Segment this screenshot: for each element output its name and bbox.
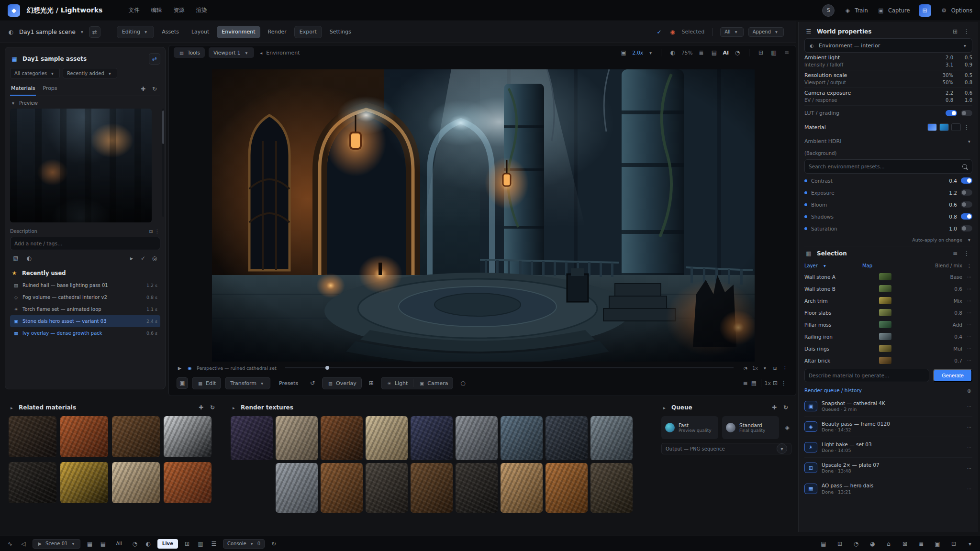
sr-chevron-icon[interactable]: ▾ [966,540,974,548]
sort-select[interactable]: Recently added▾ [63,68,117,78]
light-camera-group[interactable]: ☀Light ▣Camera [381,377,454,389]
material-menu-button[interactable]: ⋮ [961,121,972,133]
asset-list-item[interactable]: ◇ Fog volume — cathedral interior v20.8 … [10,291,160,303]
sb-half-icon[interactable]: ◐ [144,540,153,548]
play-icon[interactable]: ▶ [177,365,183,371]
environment-select[interactable]: ◐ Environment — interior ▾ [804,38,972,53]
texture-thumb[interactable] [321,416,363,460]
texture-thumb[interactable] [546,416,588,460]
layer-thumbnail[interactable] [879,333,891,340]
note-attach-button[interactable]: ▧ [10,253,22,264]
timeline-scrubber[interactable] [285,367,734,368]
sr-list-icon[interactable]: ≣ [917,540,925,548]
column-mix[interactable]: Blend / mix [935,263,962,268]
layer-thumbnail[interactable] [879,309,891,316]
scene-selector[interactable]: ▶ Scene 01 ▾ [33,539,80,549]
materials-caret-icon[interactable]: ▸ [9,405,15,411]
selection-row[interactable]: Dais rings Mul ⋯ [804,342,972,354]
filter-all-button[interactable]: All [112,539,125,549]
queue-more-icon[interactable]: ⋯ [966,444,972,451]
menu-item-assets[interactable]: 资源 [173,7,184,14]
desc-menu-icon[interactable]: ⋮ [154,228,160,234]
add-job-button[interactable]: ✚ [768,402,780,413]
refresh-assets-button[interactable]: ↻ [149,83,160,95]
layer-thumbnail[interactable] [879,345,891,352]
category-select[interactable]: All categories▾ [10,68,60,78]
focus-ring-button[interactable]: ○ [457,377,468,389]
menu-item-edit[interactable]: 编辑 [151,7,162,14]
tab-render[interactable]: Render [263,26,291,38]
output-format-dropdown[interactable]: Output — PNG sequence ▾ [661,443,791,454]
live-button[interactable]: Live [157,539,178,549]
desc-expand-icon[interactable]: ⊡ [148,228,154,234]
output-caret-button[interactable]: ▾ [777,443,787,454]
asset-list-item-link[interactable]: ▦ Ivy overlay — dense growth pack0.6 s [10,327,160,339]
row-more-icon[interactable]: ⋯ [966,333,972,340]
ai-button[interactable]: AI [723,50,729,56]
row-more-icon[interactable]: ⋯ [966,298,972,304]
tab-editing[interactable]: Editing▾ [117,26,154,38]
menu-item-file[interactable]: 文件 [128,7,139,14]
asset-note-input[interactable] [10,237,160,250]
clock-icon[interactable]: ◔ [733,48,742,57]
texture-thumb[interactable] [231,416,273,460]
row-more-icon[interactable]: ⋯ [966,309,972,316]
queue-item[interactable]: ⊞ Upscale 2× — plate 07Done · 13:48 ⋯ [804,458,972,478]
asset-list-item-selected[interactable]: ▣ Stone dais hero asset — variant 032.4 … [10,315,160,327]
material-swatch-secondary[interactable] [939,123,949,131]
material-thumb[interactable] [112,416,160,457]
prompt-box[interactable] [804,369,929,382]
sr-monitor-icon[interactable]: ▣ [933,540,942,548]
queue-item[interactable]: ▣ Snapshot — cathedral 4KQueued · 2 min … [804,396,972,417]
selection-row[interactable]: Altar brick 0.7 ⋯ [804,354,972,366]
project-selector[interactable]: Day1 sample scene ▾ [19,29,85,35]
exposure-icon[interactable]: ◐ [668,48,677,57]
record-icon[interactable]: ◉ [668,28,677,36]
sliders-icon[interactable]: ≡ [782,48,791,57]
overlay-button[interactable]: ▧Overlay [322,377,362,389]
sr-clock-icon[interactable]: ◔ [852,540,860,548]
lines-icon[interactable]: ≡ [741,379,749,387]
waveform-icon[interactable]: ∿ [6,540,14,548]
environment-search[interactable] [804,159,972,174]
auto-apply-caret-icon[interactable]: ▾ [966,237,972,243]
sb-clock-icon[interactable]: ◔ [131,540,139,548]
panels-icon[interactable]: ▥ [769,48,778,57]
sr-fit-icon[interactable]: ⊡ [949,540,958,548]
rows-icon[interactable]: ▤ [710,48,718,57]
options-button[interactable]: ⚙ Options [940,6,972,15]
asset-preview-image[interactable] [10,109,152,222]
tab-export[interactable]: Export [294,26,322,38]
list-icon[interactable]: ≣ [697,48,705,57]
texture-thumb[interactable] [321,463,363,513]
sb-cols-icon[interactable]: ▥ [196,540,205,548]
texture-thumb[interactable] [546,463,588,513]
generate-button[interactable]: Generate [933,369,972,382]
tab-settings[interactable]: Settings [325,26,356,38]
table-menu-icon[interactable]: ⋮ [966,263,972,269]
view-scale[interactable]: 1x [764,380,771,386]
selection-row[interactable]: Railing iron 0.4 ⋯ [804,331,972,342]
selection-collapse-button[interactable]: ≡ [949,248,961,259]
column-map[interactable]: Map [862,263,872,268]
zoom-level[interactable]: 2.0x [632,50,643,55]
fit-view-icon[interactable]: ⊡ [771,379,780,387]
transform-dropdown[interactable]: Transform▾ [225,377,270,389]
segment-props[interactable]: Props [42,82,58,96]
textures-caret-icon[interactable]: ▸ [231,405,237,411]
speaker-icon[interactable]: ◁ [19,540,28,548]
quality-value[interactable]: 75% [681,50,692,55]
job-preset-fast[interactable]: FastPreview quality [661,416,718,439]
sb-grid-icon[interactable]: ▦ [85,540,94,548]
upgrade-button[interactable]: ⊞ [919,4,931,17]
material-thumb[interactable] [164,462,212,503]
texture-thumb[interactable] [590,463,633,513]
queue-item[interactable]: ☀ Light bake — set 03Done · 14:05 ⋯ [804,437,972,458]
viewport-scene[interactable] [212,69,755,362]
tab-assets[interactable]: Assets [157,26,184,38]
back-icon[interactable]: ◂ [258,50,264,56]
texture-thumb[interactable] [276,463,318,513]
refresh-materials-button[interactable]: ↻ [207,402,218,413]
hdri-caret-icon[interactable]: ▾ [966,138,972,144]
texture-thumb[interactable] [590,416,633,460]
